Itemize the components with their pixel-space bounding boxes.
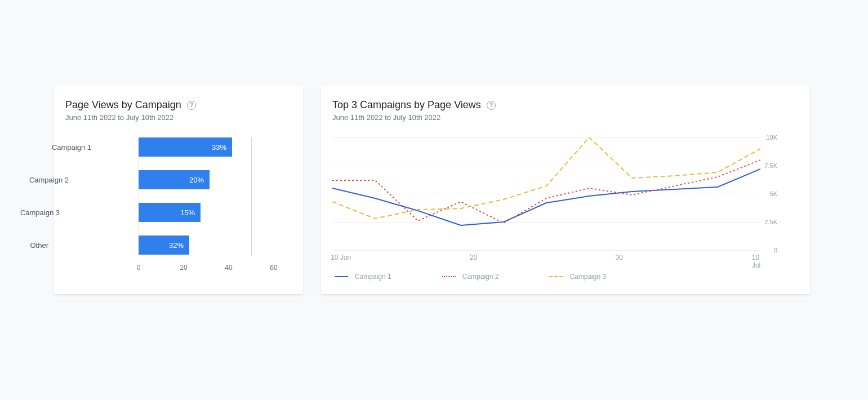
legend-swatch	[549, 276, 563, 277]
line-series-campaign-3	[332, 137, 760, 219]
bar-segment: 33%	[139, 137, 232, 157]
legend-label: Campaign 3	[569, 273, 606, 281]
bar-segment: 15%	[139, 203, 201, 222]
help-icon[interactable]: ?	[487, 101, 496, 110]
legend-label: Campaign 1	[355, 273, 391, 281]
x-tick: 10 Jul	[752, 254, 760, 269]
y-tick: 0	[774, 247, 777, 254]
line-svg	[332, 137, 760, 250]
x-tick: 30	[616, 254, 623, 261]
x-tick: 60	[270, 264, 277, 272]
legend-swatch	[335, 276, 348, 277]
legend-swatch	[442, 276, 456, 277]
y-tick: 5K	[770, 190, 777, 197]
y-tick: 7.5K	[764, 162, 777, 169]
legend-item-campaign-1: Campaign 1	[335, 273, 391, 281]
page-views-by-campaign-card: Page Views by Campaign ? June 11th 2022 …	[54, 86, 303, 294]
line-series-campaign-1	[332, 169, 760, 225]
x-tick: 10 Jun	[331, 254, 351, 261]
legend-item-campaign-3: Campaign 3	[549, 273, 606, 281]
top-3-campaigns-card: Top 3 Campaigns by Page Views ? June 11t…	[321, 86, 810, 294]
card-title: Page Views by Campaign	[65, 99, 181, 111]
line-chart: 10K 7.5K 5K 2.5K 0 10 Jun 20 30 10 Jul C…	[332, 137, 799, 281]
bar-chart: Campaign 1 33% Campaign 2 20% Campaign 3…	[65, 137, 292, 273]
bar-segment: 20%	[139, 170, 210, 189]
card-title: Top 3 Campaigns by Page Views	[332, 99, 481, 111]
legend-label: Campaign 2	[462, 273, 499, 281]
x-tick: 0	[137, 264, 141, 272]
y-tick: 2.5K	[764, 219, 777, 225]
x-tick: 40	[225, 264, 232, 272]
x-tick: 20	[180, 264, 187, 272]
help-icon[interactable]: ?	[187, 101, 196, 110]
legend: Campaign 1 Campaign 2 Campaign 3	[332, 273, 799, 281]
bar-segment: 32%	[139, 235, 189, 255]
x-tick: 20	[470, 254, 477, 261]
bar-category-label: Other	[0, 241, 48, 250]
y-tick: 10K	[766, 134, 777, 141]
card-subtitle: June 11th 2022 to July 10th 2022	[332, 113, 799, 122]
bar-category-label: Campaign 3	[0, 208, 60, 217]
bar-category-label: Campaign 1	[24, 143, 91, 152]
legend-item-campaign-2: Campaign 2	[442, 273, 499, 281]
card-subtitle: June 11th 2022 to July 10th 2022	[65, 113, 292, 122]
bar-category-label: Campaign 2	[1, 176, 69, 184]
